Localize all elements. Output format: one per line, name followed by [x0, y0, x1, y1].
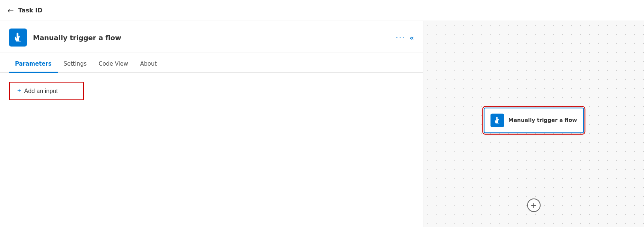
- trigger-title: Manually trigger a flow: [33, 34, 396, 42]
- add-step-icon: +: [530, 201, 537, 210]
- page-title: Task ID: [18, 7, 43, 14]
- header-bar: ← Task ID: [0, 0, 644, 21]
- add-input-button[interactable]: + Add an input: [9, 82, 84, 100]
- flow-node-title: Manually trigger a flow: [508, 117, 577, 123]
- main-content: Manually trigger a flow ··· « Parameters…: [0, 21, 644, 227]
- trigger-actions: ··· «: [396, 34, 414, 42]
- tabs-container: Parameters Settings Code View About: [0, 56, 423, 73]
- tab-parameters[interactable]: Parameters: [9, 56, 58, 73]
- plus-icon: +: [17, 87, 21, 95]
- collapse-button[interactable]: «: [409, 34, 414, 42]
- tab-settings[interactable]: Settings: [58, 56, 93, 73]
- trigger-header: Manually trigger a flow ··· «: [0, 21, 423, 53]
- tab-code-view[interactable]: Code View: [93, 56, 134, 73]
- left-panel: Manually trigger a flow ··· « Parameters…: [0, 21, 423, 227]
- flow-node-icon-container: [490, 113, 504, 127]
- hand-touch-icon: [493, 116, 501, 124]
- trigger-icon-container: [9, 29, 27, 47]
- canvas-panel: Manually trigger a flow +: [423, 21, 644, 227]
- tab-about[interactable]: About: [134, 56, 163, 73]
- flow-node-card[interactable]: Manually trigger a flow: [484, 107, 584, 133]
- add-step-button[interactable]: +: [527, 198, 541, 212]
- add-input-label: Add an input: [24, 88, 58, 95]
- tab-content-parameters: + Add an input: [0, 73, 423, 227]
- hand-touch-icon: [13, 32, 23, 43]
- back-button[interactable]: ←: [7, 6, 14, 15]
- more-options-button[interactable]: ···: [396, 34, 405, 41]
